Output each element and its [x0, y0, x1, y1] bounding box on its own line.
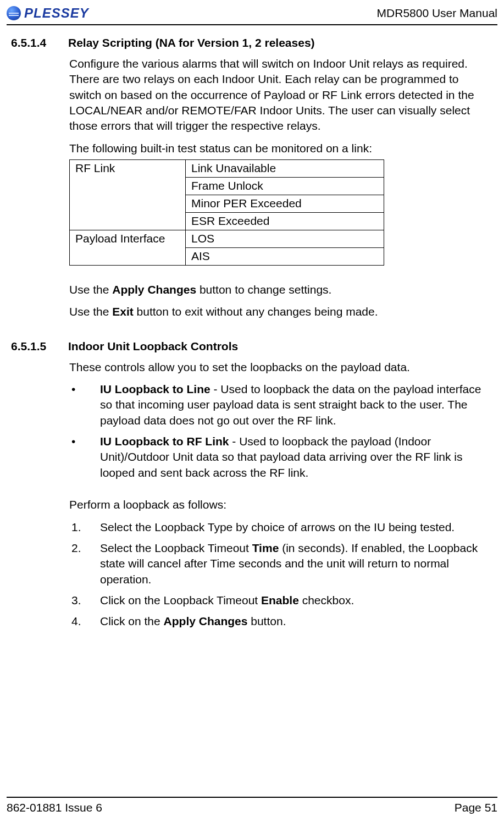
paragraph: The following built-in test status can b…	[69, 141, 488, 156]
document-title: MDR5800 User Manual	[377, 7, 497, 20]
table-cell-value: ESR Exceeded	[186, 213, 384, 230]
footer-rule	[7, 797, 497, 798]
section-number: 6.5.1.4	[11, 36, 51, 49]
text: button to change settings.	[196, 283, 331, 296]
table-cell-category: RF Link	[70, 160, 186, 230]
status-table: RF Link Link Unavailable Frame Unlock Mi…	[69, 159, 384, 266]
table-cell-value: Frame Unlock	[186, 178, 384, 195]
paragraph: Use the Exit button to exit without any …	[69, 304, 488, 319]
brand-name: PLESSEY	[24, 5, 89, 21]
table-row: RF Link Link Unavailable	[70, 160, 384, 178]
table-cell-value: LOS	[186, 230, 384, 248]
paragraph: Configure the various alarms that will s…	[69, 56, 488, 134]
bold-text: Enable	[261, 594, 299, 606]
text: Use the	[69, 283, 112, 296]
bold-text: Apply Changes	[112, 283, 196, 296]
brand-logo: PLESSEY	[7, 5, 89, 21]
text: Click on the	[100, 615, 164, 627]
list-item: Select the Loopback Timeout Time (in sec…	[69, 540, 488, 587]
text: button.	[247, 615, 286, 627]
table-row: Payload Interface LOS	[70, 230, 384, 248]
text: checkbox.	[299, 594, 354, 606]
bold-text: Apply Changes	[164, 615, 248, 627]
table-cell-category: Payload Interface	[70, 230, 186, 266]
bold-text: IU Loopback to RF Link	[100, 435, 229, 448]
footer-doc-id: 862-01881 Issue 6	[7, 801, 102, 814]
text: button to exit without any changes being…	[134, 305, 378, 318]
list-item: IU Loopback to Line - Used to loopback t…	[69, 382, 488, 428]
bullet-list: IU Loopback to Line - Used to loopback t…	[69, 382, 488, 481]
list-item: IU Loopback to RF Link - Used to loopbac…	[69, 434, 488, 481]
section-number: 6.5.1.5	[11, 340, 51, 353]
footer-page-number: Page 51	[455, 801, 497, 814]
paragraph: Use the Apply Changes button to change s…	[69, 282, 488, 297]
table-cell-value: Minor PER Exceeded	[186, 195, 384, 213]
paragraph: These controls allow you to set the loop…	[69, 360, 488, 375]
text: Click on the Loopback Timeout	[100, 594, 261, 606]
ordered-steps: Select the Loopback Type by choice of ar…	[69, 520, 488, 630]
text: Use the	[69, 305, 112, 318]
bold-text: Exit	[112, 305, 134, 318]
table-cell-value: AIS	[186, 248, 384, 266]
bold-text: Time	[252, 542, 279, 554]
list-item: Click on the Loopback Timeout Enable che…	[69, 593, 488, 608]
list-item: Select the Loopback Type by choice of ar…	[69, 520, 488, 535]
text: Select the Loopback Type by choice of ar…	[100, 521, 455, 533]
list-item: Click on the Apply Changes button.	[69, 614, 488, 629]
table-cell-value: Link Unavailable	[186, 160, 384, 178]
bold-text: IU Loopback to Line	[100, 383, 211, 395]
logo-mark-icon	[7, 6, 21, 20]
header-rule	[7, 24, 497, 25]
paragraph: Perform a loopback as follows:	[69, 497, 488, 512]
text: Select the Loopback Timeout	[100, 542, 252, 554]
section-title: Indoor Unit Loopback Controls	[68, 340, 238, 353]
section-title: Relay Scripting (NA for Version 1, 2 rel…	[68, 36, 315, 49]
